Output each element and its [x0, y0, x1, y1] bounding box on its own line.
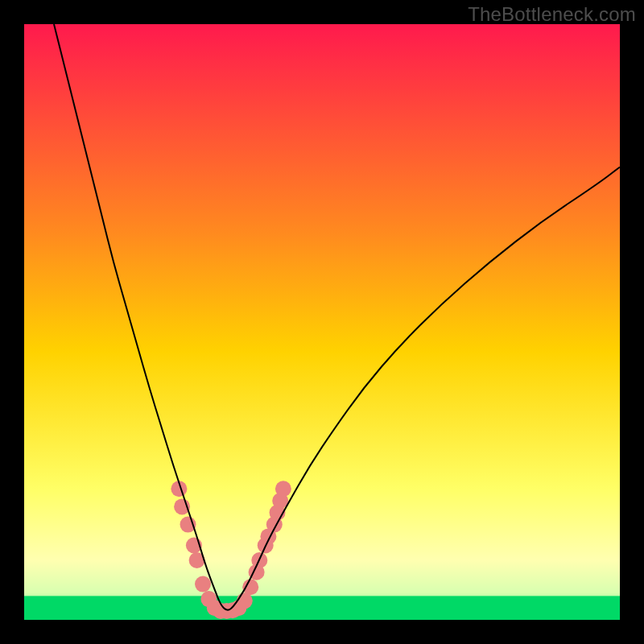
watermark-text: TheBottleneck.com [468, 3, 636, 26]
chart-plot-area [24, 24, 620, 620]
chart-svg [24, 24, 620, 620]
gradient-background [24, 24, 620, 620]
highlight-dot [275, 481, 291, 497]
frame: TheBottleneck.com [0, 0, 644, 644]
green-bottom-band [24, 596, 620, 620]
highlight-dot [237, 592, 253, 609]
highlight-dot [195, 576, 211, 592]
highlight-dot [242, 579, 258, 595]
